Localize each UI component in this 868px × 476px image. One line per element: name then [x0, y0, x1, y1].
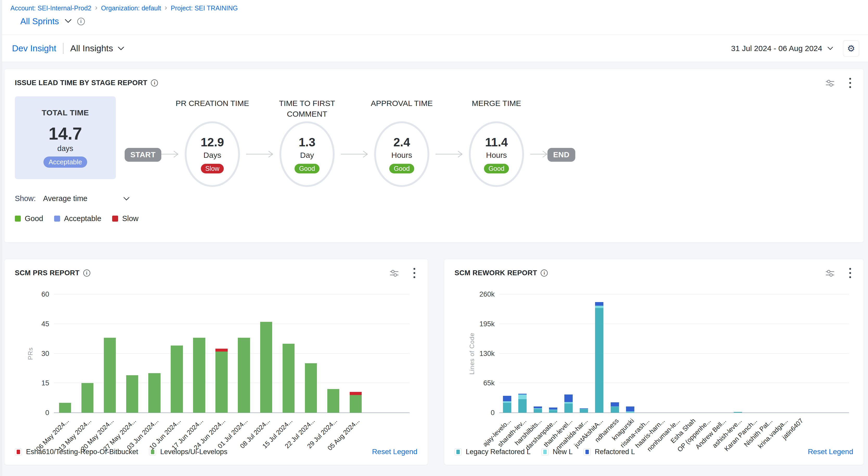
bar-22 Jul 2024...[interactable]: [305, 363, 317, 413]
bar-segment-Legacy Refactored L[interactable]: [734, 412, 742, 413]
widget-filters-icon[interactable]: [825, 269, 835, 277]
bar-segment-Legacy Refactored L[interactable]: [611, 407, 619, 413]
bar-ashish-leve...[interactable]: [734, 412, 742, 413]
bar-sharath-lev...[interactable]: [518, 394, 527, 413]
bar-segment-Legacy Refactored L[interactable]: [503, 403, 511, 413]
bar-segment-Refactored L[interactable]: [549, 408, 557, 410]
bar-segment-Refactored L[interactable]: [503, 396, 511, 401]
bar-slot: [344, 294, 367, 413]
bar-24 Jun 2024...[interactable]: [215, 349, 227, 413]
bar-segment-Legacy Refactored L[interactable]: [518, 399, 527, 413]
kebab-menu-icon[interactable]: [847, 77, 853, 89]
info-icon[interactable]: i: [77, 18, 85, 25]
breadcrumb-project[interactable]: Project: SEI TRAINING: [171, 4, 238, 12]
stage-unit: Days: [204, 151, 221, 159]
bar-segment-Refactored L[interactable]: [626, 407, 634, 411]
bar-segment-Legacy Refactored L[interactable]: [564, 404, 573, 413]
bar-segment-Levelops/Ui-Levelops[interactable]: [171, 346, 183, 413]
bar-thanh-level...[interactable]: [564, 394, 573, 413]
bar-29 Jul 2024...[interactable]: [327, 389, 339, 413]
bar-segment-Refactored L[interactable]: [595, 302, 603, 306]
bar-segment-Levelops/Ui-Levelops[interactable]: [238, 338, 250, 413]
stage-approval-time[interactable]: APPROVAL TIME 2.4 Hours Good: [368, 94, 436, 187]
bar-segment-New L[interactable]: [518, 394, 527, 399]
breadcrumb-organization[interactable]: Organization: default: [101, 4, 161, 12]
bar-segment-Levelops/Ui-Levelops[interactable]: [82, 383, 93, 413]
bar-segment-Levelops/Ui-Levelops[interactable]: [305, 363, 317, 413]
widget-filters-icon[interactable]: [825, 79, 835, 87]
bar-segment-Legacy Refactored L[interactable]: [549, 410, 557, 413]
settings-button[interactable]: ⚙: [843, 40, 859, 57]
bar-ndharness[interactable]: [611, 402, 619, 413]
stage-circle[interactable]: 12.9 Days Slow: [185, 121, 240, 187]
sprint-selector-value[interactable]: All Sprints: [20, 17, 59, 26]
bar-justAkshitA...[interactable]: [595, 302, 603, 413]
issue-lead-time-panel: ISSUE LEAD TIME BY STAGE REPORT i TOTAL …: [4, 69, 864, 243]
bar-segment-Esha610/Testing-Repo-Of-Bitbucket[interactable]: [215, 349, 227, 352]
y-axis-title: Lines of Code: [468, 332, 476, 375]
stage-merge-time[interactable]: MERGE TIME 11.4 Hours Good: [463, 94, 530, 187]
bar-05 Aug 2024...[interactable]: [350, 392, 362, 413]
stage-circle[interactable]: 1.3 Day Good: [279, 121, 335, 187]
bar-ajay-levelo...[interactable]: [503, 396, 511, 413]
bar-08 Jul 2024...[interactable]: [260, 322, 272, 413]
bar-segment-Legacy Refactored L[interactable]: [534, 409, 542, 413]
bar-10 Jun 2024...[interactable]: [171, 346, 183, 413]
show-metric-dropdown[interactable]: Average time: [36, 194, 130, 203]
date-range-picker[interactable]: 31 Jul 2024 - 06 Aug 2024: [731, 44, 833, 53]
info-icon[interactable]: i: [541, 269, 548, 276]
bar-segment-Levelops/Ui-Levelops[interactable]: [126, 375, 138, 413]
bar-segment-Esha610/Testing-Repo-Of-Bitbucket[interactable]: [350, 392, 362, 395]
bar-segment-Levelops/Ui-Levelops[interactable]: [283, 344, 294, 413]
bar-20 May 2024...[interactable]: [104, 338, 116, 413]
stage-time-to-first-comment[interactable]: TIME TO FIRST COMMENT 1.3 Day Good: [273, 94, 341, 187]
legend-item-refactored[interactable]: Refactored L: [584, 448, 635, 456]
breadcrumb-account[interactable]: Account: SEI-Internal-Prod2: [10, 4, 91, 12]
reset-legend-link[interactable]: Reset Legend: [372, 448, 417, 456]
bar-nmahida-har...[interactable]: [580, 408, 588, 413]
chevron-down-icon[interactable]: [65, 19, 71, 24]
bar-13 May 2024...[interactable]: [82, 383, 93, 413]
legend-item-levelops-ui[interactable]: Levelops/Ui-Levelops: [149, 448, 227, 456]
y-tick-label: 45: [41, 320, 49, 328]
bar-segment-Levelops/Ui-Levelops[interactable]: [104, 338, 116, 413]
bar-01 Jul 2024...[interactable]: [238, 338, 250, 413]
stage-circle[interactable]: 2.4 Hours Good: [374, 121, 429, 187]
sprint-selector[interactable]: All Sprints i: [20, 17, 868, 26]
legend-item-acceptable: Acceptable: [54, 214, 101, 223]
reset-legend-link[interactable]: Reset Legend: [808, 448, 853, 456]
bar-segment-Levelops/Ui-Levelops[interactable]: [350, 395, 362, 413]
info-icon[interactable]: i: [83, 269, 90, 276]
bar-segment-Refactored L[interactable]: [534, 407, 542, 408]
bar-27 May 2024...[interactable]: [126, 375, 138, 413]
legend-item-legacy-refactored[interactable]: Legacy Refactored L: [455, 448, 530, 456]
bar-03 Jun 2024...[interactable]: [148, 373, 160, 413]
bar-slot: [99, 294, 121, 413]
insights-dropdown[interactable]: All Insights: [70, 43, 124, 53]
bar-knagurski[interactable]: [626, 407, 634, 413]
stage-pr-creation-time[interactable]: PR CREATION TIME 12.9 Days Slow: [179, 94, 246, 187]
bar-segment-Levelops/Ui-Levelops[interactable]: [215, 352, 227, 413]
bar-segment-Refactored L[interactable]: [611, 402, 619, 407]
kebab-menu-icon[interactable]: [847, 267, 853, 279]
bar-segment-Levelops/Ui-Levelops[interactable]: [327, 389, 339, 413]
bar-17 Jun 2024...[interactable]: [193, 338, 205, 413]
kebab-menu-icon[interactable]: [411, 267, 417, 279]
bar-segment-Levelops/Ui-Levelops[interactable]: [193, 338, 205, 413]
bar-segment-Legacy Refactored L[interactable]: [580, 409, 588, 413]
insight-name-link[interactable]: Dev Insight: [12, 43, 56, 53]
bar-15 Jul 2024...[interactable]: [283, 344, 294, 413]
bar-06 May 2024...[interactable]: [59, 403, 71, 413]
stage-circle[interactable]: 11.4 Hours Good: [469, 121, 524, 187]
widget-filters-icon[interactable]: [390, 269, 399, 277]
info-icon[interactable]: i: [151, 80, 158, 86]
bar-segment-Levelops/Ui-Levelops[interactable]: [148, 373, 160, 413]
legend-item-esha610[interactable]: Esha610/Testing-Repo-Of-Bitbucket: [15, 448, 138, 456]
bar-segment-Legacy Refactored L[interactable]: [595, 308, 603, 413]
bar-harshilbits...[interactable]: [534, 407, 542, 413]
bar-segment-Refactored L[interactable]: [564, 394, 573, 402]
bar-segment-New L[interactable]: [595, 306, 603, 308]
bar-darshanpate...[interactable]: [549, 408, 557, 413]
bar-segment-Levelops/Ui-Levelops[interactable]: [59, 403, 71, 413]
bar-segment-Levelops/Ui-Levelops[interactable]: [260, 322, 272, 413]
